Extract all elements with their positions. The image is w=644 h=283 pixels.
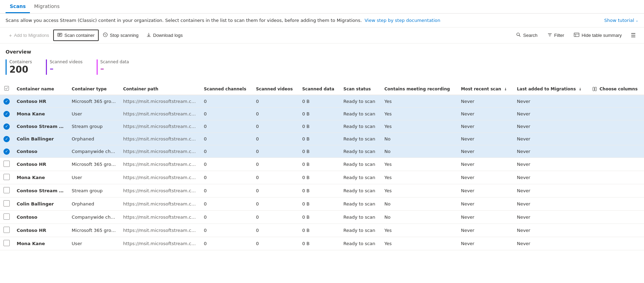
cell-path: https://msit.microsoftstream.com/?auth_u…: [120, 197, 200, 211]
table-row[interactable]: ✓ContosoCompanywide channelhttps://msit.…: [0, 145, 644, 158]
select-all-header[interactable]: [0, 83, 13, 95]
sort-arrow-recent-scan: ↓: [504, 87, 507, 91]
cell-channels: 0: [200, 158, 252, 171]
info-text: Scans allow you access Stream (Classic) …: [6, 18, 440, 23]
col-header-videos[interactable]: Scanned videos: [252, 83, 299, 95]
col-header-channels[interactable]: Scanned channels: [200, 83, 252, 95]
cell-channels: 0: [200, 133, 252, 145]
cell-meeting: No: [381, 145, 457, 158]
table-row[interactable]: Contoso HRMicrosoft 365 grouphttps://msi…: [0, 158, 644, 171]
row-checkbox[interactable]: [0, 171, 13, 184]
col-header-recent-scan[interactable]: Most recent scan ↓: [457, 83, 513, 95]
row-checkbox[interactable]: [0, 158, 13, 171]
cell-videos: 0: [252, 145, 299, 158]
cell-name: Colin Ballinger: [13, 133, 68, 145]
download-logs-button[interactable]: Download logs: [143, 30, 186, 40]
more-icon: ☰: [631, 32, 636, 39]
svg-rect-18: [595, 87, 597, 91]
cell-type: User: [68, 171, 120, 184]
cell-recent_scan: Never: [457, 120, 513, 133]
col-header-type[interactable]: Container type: [68, 83, 120, 95]
row-checkbox[interactable]: [0, 224, 13, 237]
table-row[interactable]: ✓Contoso Stream GroupStream grouphttps:/…: [0, 120, 644, 133]
toolbar: + Add to Migrations Scan container Stop …: [0, 27, 644, 43]
cell-type: Orphaned: [68, 197, 120, 211]
scanned-data-value: –: [100, 64, 129, 73]
cell-meeting: Yes: [381, 237, 457, 250]
cell-channels: 0: [200, 95, 252, 108]
docs-link[interactable]: View step by step documentation: [365, 18, 440, 23]
tabs-bar: Scans Migrations: [0, 0, 644, 14]
cell-name: Contoso Stream Group: [13, 184, 68, 197]
table-row[interactable]: ✓Contoso HRMicrosoft 365 grouphttps://ms…: [0, 95, 644, 108]
cell-recent_scan: Never: [457, 95, 513, 108]
table-row[interactable]: Contoso Stream GroupStream grouphttps://…: [0, 184, 644, 197]
col-header-path[interactable]: Container path: [120, 83, 200, 95]
row-checkbox[interactable]: [0, 211, 13, 224]
row-checkbox[interactable]: [0, 237, 13, 250]
cell-recent_scan: Never: [457, 224, 513, 237]
plus-icon: +: [9, 33, 12, 38]
cell-type: Companywide channel: [68, 211, 120, 224]
row-checkbox[interactable]: [0, 184, 13, 197]
cell-name: Mona Kane: [13, 171, 68, 184]
cell-videos: 0: [252, 171, 299, 184]
header-checkbox[interactable]: [4, 86, 9, 91]
table-row[interactable]: Mona KaneUserhttps://msit.microsoftstrea…: [0, 237, 644, 250]
row-checkbox[interactable]: [0, 197, 13, 211]
table-row[interactable]: Mona KaneUserhttps://msit.microsoftstrea…: [0, 171, 644, 184]
stop-scanning-button[interactable]: Stop scanning: [99, 30, 142, 40]
tab-migrations[interactable]: Migrations: [30, 0, 64, 13]
cell-name: Contoso HR: [13, 224, 68, 237]
cell-data: 0 B: [299, 95, 340, 108]
col-header-last-added[interactable]: Last added to Migrations ↓: [513, 83, 589, 95]
cell-data: 0 B: [299, 171, 340, 184]
scan-container-button[interactable]: Scan container: [53, 30, 99, 41]
row-checkbox[interactable]: ✓: [0, 108, 13, 120]
search-button[interactable]: Search: [513, 30, 541, 40]
row-checkbox[interactable]: ✓: [0, 145, 13, 158]
cell-data: 0 B: [299, 133, 340, 145]
show-tutorial-btn[interactable]: Show tutorial ⌄: [604, 18, 638, 23]
col-header-data[interactable]: Scanned data: [299, 83, 340, 95]
filter-button[interactable]: Filter: [544, 30, 568, 40]
cell-path: https://msit.microsoftstream.com/?auth_u…: [120, 145, 200, 158]
col-header-name[interactable]: Container name: [13, 83, 68, 95]
cell-videos: 0: [252, 95, 299, 108]
download-icon: [146, 32, 151, 38]
row-checkbox[interactable]: ✓: [0, 95, 13, 108]
add-to-migrations-button[interactable]: + Add to Migrations: [6, 31, 52, 40]
cell-last_added: Never: [513, 184, 589, 197]
scan-icon: [57, 32, 62, 38]
row-checkbox[interactable]: ✓: [0, 120, 13, 133]
cell-channels: 0: [200, 211, 252, 224]
more-options-button[interactable]: ☰: [628, 30, 638, 41]
table-row[interactable]: Colin BallingerOrphanedhttps://msit.micr…: [0, 197, 644, 211]
scanned-data-label: Scanned data: [100, 59, 129, 64]
cell-status: Ready to scan: [340, 120, 381, 133]
cell-last_added: Never: [513, 224, 589, 237]
containers-label: Containers: [9, 59, 32, 64]
cell-meeting: Yes: [381, 184, 457, 197]
cell-path: https://msit.microsoftstream.com/?auth_u…: [120, 120, 200, 133]
col-header-choose-columns[interactable]: Choose columns: [589, 83, 644, 95]
cell-channels: 0: [200, 145, 252, 158]
cell-path: https://msit.microsoftstream.com/group/e…: [120, 158, 200, 171]
containers-card: Containers 200: [6, 59, 32, 75]
col-header-status[interactable]: Scan status: [340, 83, 381, 95]
hide-table-summary-button[interactable]: Hide table summary: [570, 30, 625, 40]
table-row[interactable]: ✓Colin BallingerOrphanedhttps://msit.mic…: [0, 133, 644, 145]
table-row[interactable]: ✓Mona KaneUserhttps://msit.microsoftstre…: [0, 108, 644, 120]
cell-recent_scan: Never: [457, 184, 513, 197]
col-header-meeting[interactable]: Contains meeting recording: [381, 83, 457, 95]
row-checkbox[interactable]: ✓: [0, 133, 13, 145]
cell-videos: 0: [252, 224, 299, 237]
cell-last_added: Never: [513, 158, 589, 171]
tab-scans[interactable]: Scans: [6, 0, 30, 13]
cell-path: https://msit.microsoftstream.com/?auth_u…: [120, 211, 200, 224]
cell-name: Contoso Stream Group: [13, 120, 68, 133]
cell-recent_scan: Never: [457, 133, 513, 145]
table-row[interactable]: ContosoCompanywide channelhttps://msit.m…: [0, 211, 644, 224]
cell-last_added: Never: [513, 120, 589, 133]
table-row[interactable]: Contoso HRMicrosoft 365 grouphttps://msi…: [0, 224, 644, 237]
